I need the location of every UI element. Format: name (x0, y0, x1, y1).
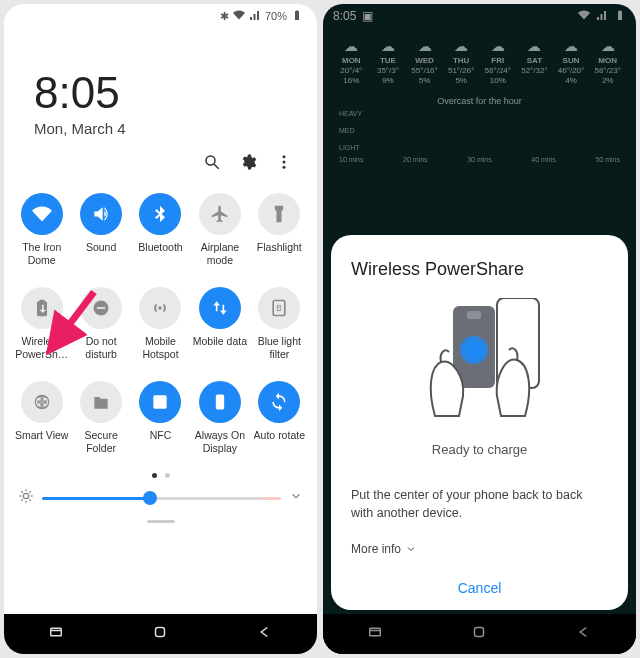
tile-hotspot[interactable]: Mobile Hotspot (131, 287, 190, 375)
battery-status-icon (291, 9, 303, 23)
tile-label: Wireless PowerSh… (14, 335, 70, 360)
nav-home[interactable] (151, 623, 169, 645)
svg-point-30 (465, 341, 483, 359)
brightness-track[interactable] (42, 497, 281, 500)
tile-aod[interactable]: Always On Display (190, 381, 249, 469)
tile-label: Airplane mode (192, 241, 248, 266)
svg-point-15 (23, 493, 28, 498)
page-indicator (4, 473, 317, 478)
tile-label: Do not disturb (73, 335, 129, 360)
svg-rect-10 (216, 395, 224, 410)
powershare-screen: 8:05 ▣ ☁MON20°/4°16%☁TUE35°/3°9%☁WED55°/… (323, 4, 636, 654)
tile-label: Mobile data (193, 335, 247, 348)
clock-area: 8:05 Mon, March 4 (4, 28, 317, 147)
aod-icon (199, 381, 241, 423)
tile-label: Sound (86, 241, 116, 254)
panel-handle[interactable] (147, 520, 175, 523)
svg-line-23 (29, 491, 30, 492)
tile-nfc[interactable]: NFC (131, 381, 190, 469)
more-icon[interactable] (275, 153, 293, 175)
svg-line-20 (21, 491, 22, 492)
svg-point-2 (283, 155, 286, 158)
tile-label: Blue light filter (251, 335, 307, 360)
sound-icon (80, 193, 122, 235)
svg-line-21 (29, 499, 30, 500)
panel-actions (4, 147, 317, 193)
illustration (351, 298, 608, 418)
tile-bluetooth[interactable]: Bluetooth (131, 193, 190, 281)
tile-mobiledata[interactable]: Mobile data (190, 287, 249, 375)
instruction-text: Put the center of your phone back to bac… (351, 487, 608, 522)
brightness-thumb[interactable] (143, 491, 157, 505)
signal-status-icon (249, 9, 261, 23)
svg-text:B: B (277, 303, 283, 313)
chevron-down-icon[interactable] (289, 489, 303, 507)
tile-label: Mobile Hotspot (132, 335, 188, 360)
tile-flashlight[interactable]: Flashlight (250, 193, 309, 281)
tile-smartview[interactable]: Smart View (12, 381, 71, 469)
svg-rect-26 (156, 628, 165, 637)
hotspot-icon (139, 287, 181, 329)
page-dot (165, 473, 170, 478)
tile-label: The Iron Dome (14, 241, 70, 266)
securefolder-icon (80, 381, 122, 423)
brightness-slider[interactable] (4, 488, 317, 514)
svg-rect-24 (51, 628, 62, 636)
quick-settings-panel: ✱ 70% 8:05 Mon, March 4 The Iron DomeSou… (4, 4, 317, 654)
tile-powershare[interactable]: Wireless PowerSh… (12, 287, 71, 375)
sheet-title: Wireless PowerShare (351, 259, 608, 280)
tile-label: Flashlight (257, 241, 302, 254)
smartview-icon (21, 381, 63, 423)
dnd-icon (80, 287, 122, 329)
tile-bluelight[interactable]: BBlue light filter (250, 287, 309, 375)
tile-airplane[interactable]: Airplane mode (190, 193, 249, 281)
tile-label: Secure Folder (73, 429, 129, 454)
cancel-button[interactable]: Cancel (351, 570, 608, 598)
tile-wifi[interactable]: The Iron Dome (12, 193, 71, 281)
autorotate-icon (258, 381, 300, 423)
tile-dnd[interactable]: Do not disturb (71, 287, 130, 375)
battery-text: 70% (265, 10, 287, 22)
tile-label: Auto rotate (254, 429, 305, 442)
svg-point-4 (283, 166, 286, 169)
svg-line-1 (214, 164, 219, 169)
nav-back[interactable] (256, 623, 274, 645)
bluetooth-icon (139, 193, 181, 235)
powershare-sheet: Wireless PowerShare Ready to charge Put … (331, 235, 628, 610)
tiles-grid: The Iron DomeSoundBluetoothAirplane mode… (4, 193, 317, 469)
search-icon[interactable] (203, 153, 221, 175)
tile-label: Always On Display (192, 429, 248, 454)
gear-icon[interactable] (239, 153, 257, 175)
svg-rect-6 (97, 307, 105, 309)
wifi-icon (21, 193, 63, 235)
tile-sound[interactable]: Sound (71, 193, 130, 281)
flashlight-icon (258, 193, 300, 235)
airplane-icon (199, 193, 241, 235)
svg-point-0 (206, 156, 215, 165)
bluelight-icon: B (258, 287, 300, 329)
page-dot-active (152, 473, 157, 478)
chevron-down-icon (405, 543, 417, 555)
svg-rect-28 (467, 311, 481, 319)
svg-point-3 (283, 161, 286, 164)
nfc-icon (139, 381, 181, 423)
tile-autorotate[interactable]: Auto rotate (250, 381, 309, 469)
powershare-icon (21, 287, 63, 329)
bluetooth-status-icon: ✱ (220, 10, 229, 23)
more-info[interactable]: More info (351, 542, 608, 556)
mobiledata-icon (199, 287, 241, 329)
wifi-status-icon (233, 9, 245, 23)
tile-label: Smart View (15, 429, 69, 442)
tile-label: Bluetooth (138, 241, 182, 254)
brightness-icon (18, 488, 34, 508)
nav-recents[interactable] (47, 623, 65, 645)
status-bar: ✱ 70% (4, 4, 317, 28)
ready-text: Ready to charge (351, 442, 608, 457)
tile-label: NFC (150, 429, 172, 442)
more-info-label: More info (351, 542, 401, 556)
nav-bar (4, 614, 317, 654)
tile-securefolder[interactable]: Secure Folder (71, 381, 130, 469)
svg-line-22 (21, 499, 22, 500)
clock-date: Mon, March 4 (34, 120, 317, 137)
clock-time: 8:05 (34, 68, 317, 118)
